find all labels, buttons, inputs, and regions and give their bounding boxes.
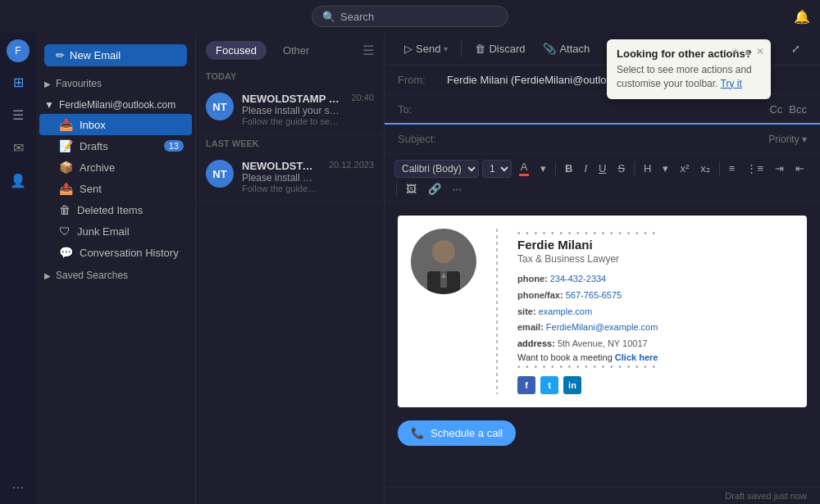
to-input[interactable] <box>447 103 769 116</box>
compose-body[interactable]: • • • • • • • • • • • • • • • • • Ferdie… <box>385 202 820 487</box>
cc-bcc-actions: Cc Bcc <box>769 103 807 116</box>
account-section: ▼ FerdieMilani@outlook.com 📥 Inbox 📝 Dra… <box>36 96 195 263</box>
fax-link[interactable]: 567-765-6575 <box>566 290 622 300</box>
send-button[interactable]: ▷ Send ▾ <box>398 39 454 58</box>
tooltip-try-link[interactable]: Try it <box>721 78 742 89</box>
more-icon[interactable]: … <box>5 471 31 497</box>
highlight-button[interactable]: H <box>640 161 655 176</box>
tooltip-sun-icon[interactable]: ☀ <box>731 46 740 57</box>
schedule-call-button[interactable]: 📞 Schedule a call <box>398 420 516 446</box>
sidebar-item-deleted[interactable]: 🗑 Deleted Items <box>39 199 192 220</box>
sidebar-item-junk[interactable]: 🛡 Junk Email <box>39 220 192 242</box>
tooltip-collapse-icon[interactable]: ▲ <box>743 46 753 57</box>
phone-call-icon: 📞 <box>411 427 424 439</box>
subject-input[interactable] <box>447 133 768 145</box>
subject-field[interactable]: Subject: Priority ▾ <box>385 125 820 154</box>
email-link[interactable]: FerdieMilani@example.com <box>546 322 658 332</box>
priority-chevron-icon: ▾ <box>802 134 807 145</box>
bcc-button[interactable]: Bcc <box>789 103 807 116</box>
linkedin-icon[interactable]: in <box>563 376 581 394</box>
email-content: NEWOLDSTAMP Team Please install your sig… <box>242 160 317 193</box>
email-content: NEWOLDSTAMP Team Please install your sig… <box>242 93 339 126</box>
email-preview: Follow the guide to set it up Hi Ferdie … <box>242 116 339 126</box>
sidebar-item-conversation[interactable]: 💬 Conversation History <box>39 242 192 263</box>
user-avatar[interactable]: F <box>7 39 30 62</box>
format-divider-4 <box>396 182 397 197</box>
hamburger-icon[interactable]: ☰ <box>5 102 31 128</box>
sidebar-item-inbox[interactable]: 📥 Inbox <box>39 114 192 135</box>
favourites-header[interactable]: ▶ Favourites <box>36 75 195 93</box>
font-color-button[interactable]: A <box>515 159 533 178</box>
top-bar-right: 🔔 <box>794 9 810 25</box>
email-item[interactable]: NT NEWOLDSTAMP Team Please install your … <box>196 84 384 135</box>
phone-link[interactable]: 234-432-2334 <box>550 274 607 284</box>
underline-button[interactable]: U <box>594 161 610 176</box>
top-bar: 🔍 Search 🔔 <box>0 0 820 33</box>
insert-link-button[interactable]: 🔗 <box>424 181 445 197</box>
numbered-list-button[interactable]: ⋮≡ <box>742 161 768 176</box>
subscript-button[interactable]: x₂ <box>696 161 714 176</box>
meeting-link[interactable]: Click here <box>615 352 658 362</box>
sidebar-item-sent[interactable]: 📤 Sent <box>39 178 192 199</box>
mail-icon[interactable]: ✉ <box>5 134 31 161</box>
chevron-right-icon: ▶ <box>44 79 51 89</box>
sidebar-item-archive[interactable]: 📦 Archive <box>39 157 192 178</box>
status-bar: Draft saved just now <box>385 487 820 504</box>
icon-sidebar: F ⊞ ☰ ✉ 👤 … <box>0 33 36 504</box>
sent-icon: 📤 <box>59 182 73 195</box>
search-bar[interactable]: 🔍 Search <box>312 6 508 27</box>
outdent-button[interactable]: ⇤ <box>791 161 809 176</box>
people-icon[interactable]: 👤 <box>5 167 31 193</box>
to-label: To: <box>398 103 447 116</box>
more-format-button[interactable]: ··· <box>449 181 466 197</box>
send-icon: ▷ <box>404 43 412 55</box>
tab-focused[interactable]: Focused <box>206 41 266 60</box>
priority-selector[interactable]: Priority ▾ <box>768 134 807 145</box>
new-email-icon: ✏ <box>56 49 65 61</box>
saved-searches-header[interactable]: ▶ Saved Searches <box>36 266 195 284</box>
tooltip-close-icon[interactable]: ✕ <box>756 46 764 57</box>
sig-photo-container <box>411 229 476 394</box>
svg-point-1 <box>432 240 455 263</box>
new-email-button[interactable]: ✏ New Email <box>44 44 187 66</box>
color-picker-icon[interactable]: ▾ <box>536 161 550 176</box>
sig-vertical-divider <box>496 229 498 394</box>
italic-button[interactable]: I <box>580 161 591 176</box>
strikethrough-button[interactable]: S <box>613 161 629 176</box>
tab-other[interactable]: Other <box>273 41 320 60</box>
email-subject: Please install your signature <box>242 105 339 116</box>
discard-button[interactable]: 🗑 Discard <box>468 39 531 58</box>
site-link[interactable]: example.com <box>539 306 592 316</box>
bullet-list-button[interactable]: ≡ <box>725 161 740 176</box>
tooltip-popup: ☀ ▲ ✕ Looking for other actions? Select … <box>607 39 771 99</box>
sidebar-item-drafts[interactable]: 📝 Drafts 13 <box>39 135 192 157</box>
superscript-button[interactable]: x² <box>676 161 693 176</box>
twitter-icon[interactable]: t <box>540 376 558 394</box>
cc-button[interactable]: Cc <box>769 103 782 116</box>
to-field[interactable]: To: Cc Bcc <box>385 95 820 125</box>
filter-icon[interactable]: ☰ <box>362 43 374 58</box>
search-placeholder: Search <box>340 11 374 23</box>
apps-icon[interactable]: ⊞ <box>5 69 31 95</box>
account-header[interactable]: ▼ FerdieMilani@outlook.com <box>36 96 195 114</box>
attach-button[interactable]: 📎 Attach <box>536 39 596 58</box>
email-label: email: <box>517 322 544 332</box>
saved-searches-section: ▶ Saved Searches <box>36 266 195 284</box>
font-size-select[interactable]: 11 <box>482 160 512 178</box>
saved-searches-chevron: ▶ <box>44 271 51 280</box>
from-field: From: Ferdie Milani (FerdieMilani@outlo.… <box>385 66 820 95</box>
sig-title: Tax & Business Lawyer <box>517 253 794 265</box>
address-label: address: <box>517 338 555 348</box>
from-label: From: <box>398 74 447 86</box>
tooltip-controls: ☀ ▲ ✕ <box>731 46 764 57</box>
expand-button[interactable]: ⤢ <box>785 39 807 58</box>
bold-button[interactable]: B <box>561 161 576 176</box>
email-sender: NEWOLDSTAMP Team <box>242 160 317 172</box>
facebook-icon[interactable]: f <box>517 376 535 394</box>
insert-image-button[interactable]: 🖼 <box>402 181 421 197</box>
indent-button[interactable]: ⇥ <box>771 161 788 176</box>
highlight-chevron-icon[interactable]: ▾ <box>658 161 672 176</box>
email-item[interactable]: NT NEWOLDSTAMP Team Please install your … <box>196 152 384 202</box>
notification-icon[interactable]: 🔔 <box>794 10 810 24</box>
font-family-select[interactable]: Calibri (Body) <box>394 160 479 178</box>
